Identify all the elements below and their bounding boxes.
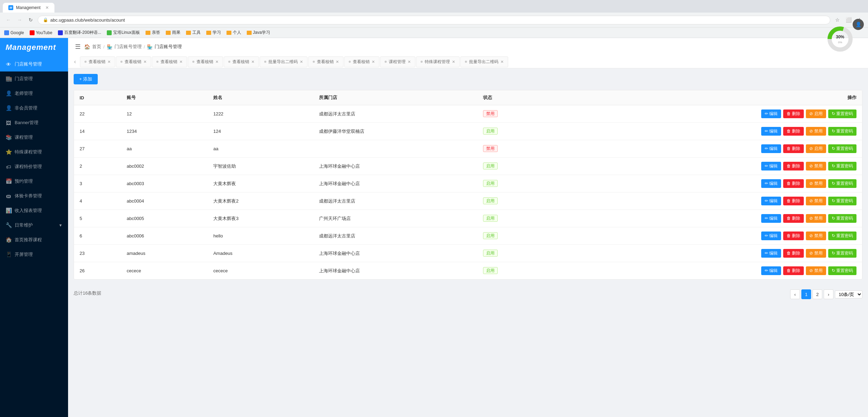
edit-button[interactable]: ✏ 编辑 <box>761 197 781 205</box>
disable-button[interactable]: ⊘ 禁用 <box>806 249 826 258</box>
bookmark-qinsang[interactable]: 亲答 <box>146 30 160 36</box>
sidebar-item-teacher[interactable]: 👤 老师管理 <box>0 86 68 101</box>
enable-button[interactable]: ⊘ 启用 <box>806 144 826 153</box>
tab-item-2[interactable]: 查看核销 ✕ <box>152 56 187 67</box>
disable-button[interactable]: ⊘ 禁用 <box>806 232 826 240</box>
bookmark-google[interactable]: Google <box>4 30 24 35</box>
tabs-sidebar-toggle[interactable]: ‹ <box>71 55 79 68</box>
tab-item-6[interactable]: 查看核销 ✕ <box>308 56 343 67</box>
tab-close-icon[interactable]: ✕ <box>500 60 504 64</box>
tab-close-icon[interactable]: ✕ <box>300 60 303 64</box>
disable-button[interactable]: ⊘ 禁用 <box>806 197 826 205</box>
tab-close-icon[interactable]: ✕ <box>372 60 375 64</box>
tab-item-7[interactable]: 查看核销 ✕ <box>344 56 379 67</box>
reset-password-button[interactable]: ↻ 重置密码 <box>828 197 856 205</box>
disable-button[interactable]: ⊘ 禁用 <box>806 214 826 223</box>
bookmark-baota[interactable]: 宝塔Linux面板 <box>107 30 140 36</box>
extension-button[interactable]: ⬜ <box>844 16 853 24</box>
edit-button[interactable]: ✏ 编辑 <box>761 109 781 118</box>
sidebar-item-maintenance[interactable]: 🔧 日常维护 ▼ <box>0 218 68 233</box>
enable-button[interactable]: ⊘ 启用 <box>806 109 826 118</box>
sidebar-item-home-course[interactable]: 🏠 首页推荐课程 <box>0 233 68 247</box>
reset-password-button[interactable]: ↻ 重置密码 <box>828 266 856 275</box>
page-1-button[interactable]: 1 <box>801 289 811 299</box>
delete-button[interactable]: 🗑 删除 <box>783 162 804 170</box>
delete-button[interactable]: 🗑 删除 <box>783 179 804 188</box>
bookmark-personal[interactable]: 个人 <box>227 30 241 36</box>
tab-close-icon[interactable]: ✕ <box>452 60 455 64</box>
delete-button[interactable]: 🗑 删除 <box>783 127 804 136</box>
delete-button[interactable]: 🗑 删除 <box>783 249 804 258</box>
reset-password-button[interactable]: ↻ 重置密码 <box>828 144 856 153</box>
tab-item-4[interactable]: 查看核销 ✕ <box>224 56 259 67</box>
bookmark-baidu[interactable]: 百度翻译-200种语... <box>58 30 101 36</box>
add-button[interactable]: + 添加 <box>74 74 98 84</box>
tab-close-icon[interactable]: ✕ <box>336 60 339 64</box>
delete-button[interactable]: 🗑 删除 <box>783 144 804 153</box>
back-button[interactable]: ← <box>4 16 13 24</box>
delete-button[interactable]: 🗑 删除 <box>783 266 804 275</box>
bookmark-study[interactable]: 学习 <box>206 30 221 36</box>
edit-button[interactable]: ✏ 编辑 <box>761 266 781 275</box>
bookmark-java[interactable]: Java学习 <box>247 30 270 36</box>
forward-button[interactable]: → <box>15 16 24 24</box>
refresh-button[interactable]: ↻ <box>27 16 35 24</box>
url-bar[interactable]: 🔒 abc.ugpaas.club/web/acounts/acount <box>38 16 830 24</box>
sidebar-item-store[interactable]: 🏬 门店管理 <box>0 71 68 86</box>
page-2-button[interactable]: 2 <box>813 289 822 299</box>
reset-password-button[interactable]: ↻ 重置密码 <box>828 249 856 258</box>
bookmark-yugo[interactable]: 雨果 <box>166 30 180 36</box>
tab-item-0[interactable]: 查看核销 ✕ <box>80 56 115 67</box>
disable-button[interactable]: ⊘ 禁用 <box>806 179 826 188</box>
browser-tab[interactable]: M Management ✕ <box>3 3 54 13</box>
disable-button[interactable]: ⊘ 禁用 <box>806 266 826 275</box>
per-page-select[interactable]: 10条/页 20条/页 50条/页 <box>835 290 862 298</box>
reset-password-button[interactable]: ↻ 重置密码 <box>828 127 856 136</box>
edit-button[interactable]: ✏ 编辑 <box>761 144 781 153</box>
sidebar-item-splash[interactable]: 📱 开屏管理 <box>0 247 68 262</box>
edit-button[interactable]: ✏ 编辑 <box>761 179 781 188</box>
tab-item-9[interactable]: 特殊课程管理 ✕ <box>416 56 460 67</box>
sidebar-item-course[interactable]: 📚 课程管理 <box>0 130 68 145</box>
tab-item-8[interactable]: 课程管理 ✕ <box>380 56 415 67</box>
tab-close-icon[interactable]: ✕ <box>45 5 49 10</box>
tab-close-icon[interactable]: ✕ <box>143 60 147 64</box>
delete-button[interactable]: 🗑 删除 <box>783 232 804 240</box>
menu-toggle-button[interactable]: ☰ <box>75 43 81 51</box>
sidebar-item-store-account[interactable]: 👁 门店账号管理 <box>0 57 68 71</box>
reset-password-button[interactable]: ↻ 重置密码 <box>828 214 856 223</box>
delete-button[interactable]: 🗑 删除 <box>783 197 804 205</box>
bookmark-youtube[interactable]: YouTube <box>30 30 52 35</box>
breadcrumb-store-account[interactable]: 门店账号管理 <box>114 44 142 50</box>
edit-button[interactable]: ✏ 编辑 <box>761 232 781 240</box>
edit-button[interactable]: ✏ 编辑 <box>761 249 781 258</box>
reset-password-button[interactable]: ↻ 重置密码 <box>828 109 856 118</box>
edit-button[interactable]: ✏ 编辑 <box>761 162 781 170</box>
prev-page-button[interactable]: ‹ <box>790 289 800 299</box>
tab-item-1[interactable]: 查看核销 ✕ <box>116 56 151 67</box>
next-page-button[interactable]: › <box>824 289 833 299</box>
user-avatar[interactable]: 👤 <box>853 19 864 30</box>
reset-password-button[interactable]: ↻ 重置密码 <box>828 162 856 170</box>
delete-button[interactable]: 🗑 删除 <box>783 109 804 118</box>
disable-button[interactable]: ⊘ 禁用 <box>806 127 826 136</box>
tab-close-icon[interactable]: ✕ <box>107 60 111 64</box>
sidebar-item-voucher[interactable]: 🎟 体验卡券管理 <box>0 189 68 203</box>
delete-button[interactable]: 🗑 删除 <box>783 214 804 223</box>
sidebar-item-income[interactable]: 📊 收入报表管理 <box>0 203 68 218</box>
sidebar-item-banner[interactable]: 🖼 Banner管理 <box>0 115 68 130</box>
bookmark-star-button[interactable]: ☆ <box>833 16 841 24</box>
reset-password-button[interactable]: ↻ 重置密码 <box>828 232 856 240</box>
edit-button[interactable]: ✏ 编辑 <box>761 127 781 136</box>
disable-button[interactable]: ⊘ 禁用 <box>806 162 826 170</box>
sidebar-item-reservation[interactable]: 📅 预约管理 <box>0 174 68 189</box>
bookmark-tools[interactable]: 工具 <box>186 30 201 36</box>
sidebar-item-nonmember[interactable]: 👤 非会员管理 <box>0 101 68 115</box>
reset-password-button[interactable]: ↻ 重置密码 <box>828 179 856 188</box>
tab-close-icon[interactable]: ✕ <box>408 60 411 64</box>
tab-close-icon[interactable]: ✕ <box>251 60 254 64</box>
tab-item-3[interactable]: 查看核销 ✕ <box>188 56 223 67</box>
breadcrumb-home[interactable]: 首页 <box>92 44 101 50</box>
sidebar-item-course-price[interactable]: 🏷 课程特价管理 <box>0 159 68 174</box>
tab-close-icon[interactable]: ✕ <box>215 60 218 64</box>
